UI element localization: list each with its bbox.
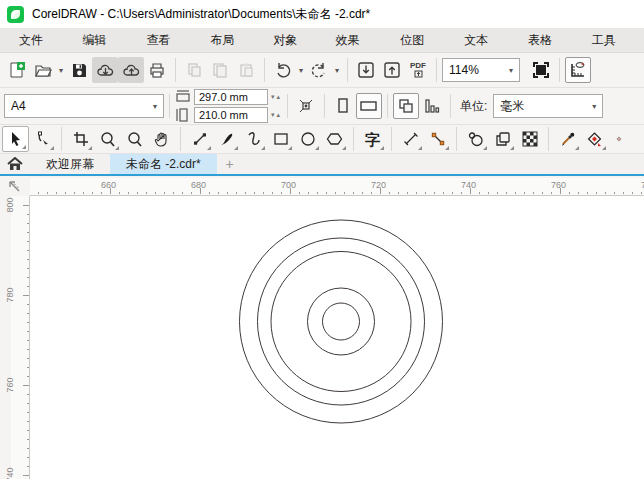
- ruler-tick: [488, 192, 489, 194]
- ruler-tick: [524, 192, 525, 194]
- freehand-tool[interactable]: [186, 126, 213, 152]
- ruler-tick: [92, 192, 93, 194]
- connector-tool[interactable]: [424, 126, 451, 152]
- ruler-tick: [27, 241, 29, 242]
- pick-tool[interactable]: [2, 126, 29, 152]
- home-button[interactable]: [0, 154, 30, 174]
- ruler-tick: [632, 192, 633, 194]
- page-height-spinner[interactable]: ▾▴: [268, 111, 282, 119]
- menu-item-1[interactable]: 编辑(E): [69, 28, 133, 53]
- nudge-offset-button[interactable]: [293, 93, 319, 119]
- artistic-media-tool[interactable]: [213, 126, 240, 152]
- save-button[interactable]: [66, 57, 92, 83]
- show-rulers-button[interactable]: [565, 57, 591, 83]
- toolbox-separator: [391, 127, 392, 151]
- ruler-tick: [38, 192, 39, 194]
- print-button[interactable]: [144, 57, 170, 83]
- redo-button[interactable]: [306, 57, 332, 83]
- zoom-level-caret[interactable]: ▾: [502, 59, 519, 81]
- circle-object[interactable]: [240, 220, 443, 423]
- pdf-label: PDF: [410, 62, 426, 70]
- page-size-caret[interactable]: ▾: [146, 95, 163, 117]
- interactive-fill-tool[interactable]: [581, 126, 608, 152]
- rectangle-tool[interactable]: [267, 126, 294, 152]
- zoom-tool[interactable]: [94, 126, 121, 152]
- shadow-tool[interactable]: [462, 126, 489, 152]
- ruler-tick: [27, 340, 29, 341]
- ruler-tick: [27, 457, 29, 458]
- circle-object[interactable]: [258, 238, 425, 405]
- ellipse-tool[interactable]: [294, 126, 321, 152]
- ruler-label: 700: [281, 180, 296, 190]
- ruler-tick: [236, 192, 237, 194]
- zoom-level-combobox[interactable]: 114% ▾: [442, 58, 520, 82]
- text-tool[interactable]: 字: [359, 126, 386, 152]
- pan-tool[interactable]: [148, 126, 175, 152]
- circle-object[interactable]: [271, 252, 411, 392]
- menu-item-4[interactable]: 对象(J): [260, 28, 322, 53]
- page-height-field[interactable]: 210.0 mm: [194, 107, 268, 123]
- menu-item-2[interactable]: 查看(V): [133, 28, 197, 53]
- block-shadow-tool[interactable]: [489, 126, 516, 152]
- current-page-button[interactable]: [419, 93, 445, 119]
- smart-fill-tool[interactable]: [608, 126, 622, 152]
- menu-item-8[interactable]: 表格(T): [515, 28, 578, 53]
- import-button[interactable]: [353, 57, 379, 83]
- vertical-ruler[interactable]: 800780760740: [0, 196, 30, 479]
- units-caret[interactable]: ▾: [585, 95, 602, 117]
- toolbox-separator: [353, 127, 354, 151]
- concentric-circles-drawing[interactable]: [30, 196, 644, 479]
- document-tab-bar: 欢迎屏幕 未命名 -2.cdr* +: [0, 154, 644, 176]
- undo-button[interactable]: [270, 57, 296, 83]
- publish-to-pdf-button[interactable]: PDF: [405, 57, 431, 83]
- dimension-tool[interactable]: [397, 126, 424, 152]
- page-width-spinner[interactable]: ▾▴: [268, 93, 282, 101]
- polygon-tool[interactable]: [321, 126, 348, 152]
- ruler-origin-icon: [8, 180, 23, 195]
- units-combobox[interactable]: 毫米 ▾: [493, 94, 603, 118]
- drawing-canvas[interactable]: [30, 196, 644, 479]
- landscape-orientation-button[interactable]: [356, 93, 382, 119]
- ruler-tick: [362, 192, 363, 194]
- ruler-tick: [27, 439, 29, 440]
- propbar-separator: [324, 94, 325, 118]
- fullscreen-preview-button[interactable]: [528, 57, 554, 83]
- all-pages-button[interactable]: [393, 93, 419, 119]
- menu-item-6[interactable]: 位图(B): [387, 28, 451, 53]
- cloud-upload-button[interactable]: [118, 57, 144, 83]
- new-tab-button[interactable]: +: [217, 154, 243, 174]
- tab-welcome-screen[interactable]: 欢迎屏幕: [30, 154, 110, 174]
- horizontal-ruler[interactable]: 660680700720740760780: [30, 178, 644, 196]
- export-button[interactable]: [379, 57, 405, 83]
- menu-item-0[interactable]: 文件(F): [6, 28, 69, 53]
- ruler-tick: [23, 385, 29, 386]
- open-dropdown-caret[interactable]: ▾: [56, 57, 66, 83]
- tab-untitled-document[interactable]: 未命名 -2.cdr*: [110, 154, 217, 174]
- menu-item-7[interactable]: 文本(X): [451, 28, 515, 53]
- menu-item-3[interactable]: 布局(L): [198, 28, 261, 53]
- undo-dropdown-caret[interactable]: ▾: [296, 57, 306, 83]
- circle-object[interactable]: [323, 303, 360, 340]
- open-button[interactable]: [30, 57, 56, 83]
- zoom-secondary-tool[interactable]: [121, 126, 148, 152]
- ruler-tick: [27, 313, 29, 314]
- pen-tool[interactable]: [240, 126, 267, 152]
- menu-item-5[interactable]: 效果(C): [322, 28, 387, 53]
- ruler-origin[interactable]: [0, 178, 30, 196]
- new-document-button[interactable]: [4, 57, 30, 83]
- circle-object[interactable]: [308, 288, 375, 355]
- shape-tool[interactable]: [29, 126, 56, 152]
- eyedropper-tool[interactable]: [554, 126, 581, 152]
- redo-dropdown-caret[interactable]: ▾: [332, 57, 342, 83]
- page-width-field[interactable]: 297.0 mm: [194, 89, 268, 105]
- menu-item-9[interactable]: 工具(O): [579, 28, 644, 53]
- ruler-tick: [317, 192, 318, 194]
- portrait-orientation-button[interactable]: [330, 93, 356, 119]
- crop-tool[interactable]: [67, 126, 94, 152]
- page-height-icon: [175, 107, 191, 123]
- transparency-tool[interactable]: [516, 126, 543, 152]
- cloud-download-button[interactable]: [92, 57, 118, 83]
- ruler-tick: [335, 192, 336, 194]
- ruler-tick: [533, 192, 534, 194]
- page-size-combobox[interactable]: A4 ▾: [4, 94, 164, 118]
